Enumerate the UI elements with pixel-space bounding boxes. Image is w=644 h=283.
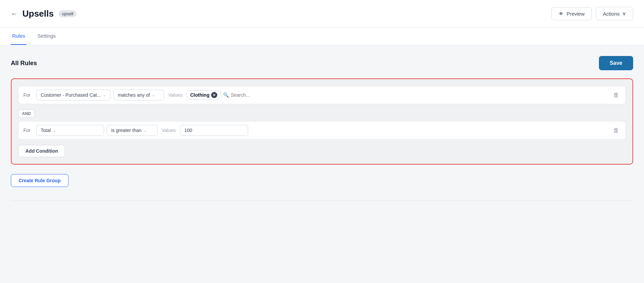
- and-label: AND: [18, 110, 35, 118]
- tab-rules[interactable]: Rules: [11, 27, 26, 45]
- all-rules-header: All Rules Save: [11, 56, 633, 70]
- search-icon: 🔍: [223, 92, 229, 98]
- back-button[interactable]: ←: [11, 10, 18, 18]
- bottom-divider: [11, 201, 633, 201]
- upsell-badge: upsell: [59, 10, 77, 17]
- field-value-2: Total: [41, 128, 51, 133]
- delete-condition-2-button[interactable]: 🗑: [612, 126, 621, 135]
- delete-condition-1-button[interactable]: 🗑: [612, 90, 621, 100]
- create-rule-group-button[interactable]: Create Rule Group: [11, 174, 68, 187]
- remove-clothing-button[interactable]: ✕: [211, 92, 217, 98]
- header: ← Upsells upsell 👁 Preview Actions ∨: [0, 0, 644, 27]
- all-rules-title: All Rules: [11, 60, 37, 67]
- values-label-2: Values: [160, 128, 177, 133]
- main-content: All Rules Save For Customer - Purchased …: [0, 45, 644, 283]
- tag-container-1: Clothing ✕ 🔍: [186, 90, 609, 100]
- operator-value-2: is greater than: [111, 128, 142, 133]
- for-label-2: For: [23, 128, 34, 133]
- rule-group: For Customer - Purchased Cat... ⌄ matche…: [11, 78, 633, 165]
- header-left: ← Upsells upsell: [11, 8, 77, 19]
- operator-chevron-2: ⌄: [144, 128, 147, 133]
- preview-button[interactable]: 👁 Preview: [551, 7, 591, 20]
- condition-row-2: For Total ⌄ is greater than ⌄ Values 🗑: [18, 121, 626, 139]
- tag-text: Clothing: [190, 92, 209, 98]
- field-select-2[interactable]: Total ⌄: [36, 125, 104, 136]
- condition-row-1: For Customer - Purchased Cat... ⌄ matche…: [18, 86, 626, 104]
- add-condition-button[interactable]: Add Condition: [18, 145, 65, 157]
- field-chevron-2: ⌄: [53, 128, 56, 133]
- and-badge: AND: [18, 108, 626, 121]
- values-label-1: Values: [167, 92, 184, 98]
- clothing-tag: Clothing ✕: [186, 90, 221, 100]
- operator-chevron-1: ⌄: [152, 93, 155, 97]
- search-input-1[interactable]: [231, 92, 290, 98]
- operator-select-1[interactable]: matches any of ⌄: [113, 90, 164, 100]
- operator-value-1: matches any of: [118, 92, 150, 98]
- tabs-bar: Rules Settings: [0, 27, 644, 45]
- page-title: Upsells: [22, 8, 54, 19]
- save-button[interactable]: Save: [599, 56, 633, 70]
- header-right: 👁 Preview Actions ∨: [551, 7, 633, 20]
- field-chevron-1: ⌄: [103, 93, 106, 97]
- field-select-1[interactable]: Customer - Purchased Cat... ⌄: [36, 90, 110, 100]
- chevron-down-icon: ∨: [622, 11, 626, 17]
- actions-label: Actions: [603, 11, 620, 17]
- field-value-1: Customer - Purchased Cat...: [41, 92, 101, 98]
- eye-icon: 👁: [559, 11, 564, 17]
- tab-settings[interactable]: Settings: [36, 27, 57, 45]
- for-label-1: For: [23, 92, 34, 98]
- value-input-2[interactable]: [180, 125, 248, 136]
- operator-select-2[interactable]: is greater than ⌄: [107, 125, 158, 136]
- actions-button[interactable]: Actions ∨: [596, 7, 633, 20]
- preview-label: Preview: [566, 11, 584, 17]
